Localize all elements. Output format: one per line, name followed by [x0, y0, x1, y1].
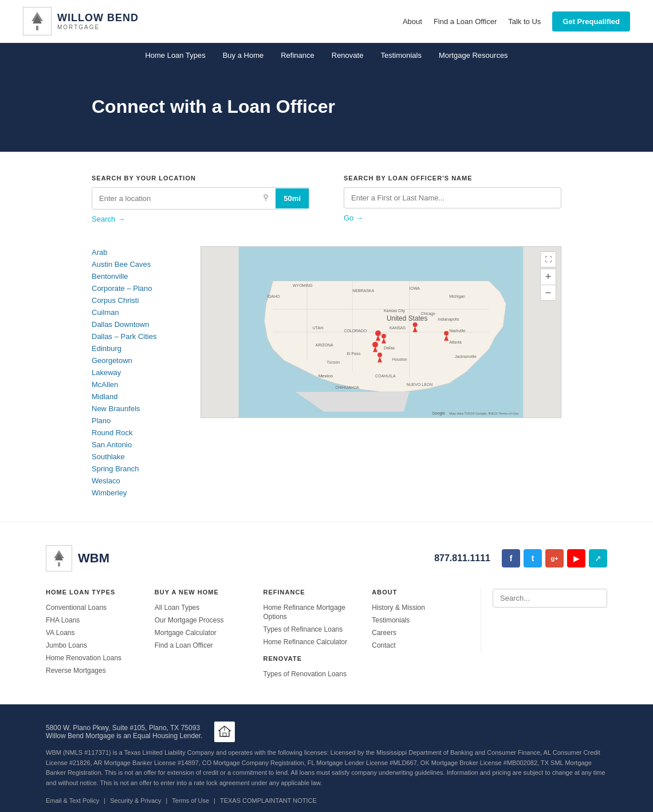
policy-separator: | — [166, 797, 167, 804]
location-list-item[interactable]: Arab — [92, 246, 183, 258]
svg-point-22 — [377, 353, 382, 357]
location-list-item[interactable]: McAllen — [92, 379, 183, 391]
footer-link[interactable]: Testimonials — [372, 616, 410, 624]
social-googleplus-button[interactable]: g+ — [545, 549, 564, 567]
policy-link[interactable]: Terms of Use — [172, 797, 209, 804]
footer-address: 5800 W. Plano Pkwy, Suite #105, Plano, T… — [46, 722, 607, 742]
location-list-item[interactable]: Spring Branch — [92, 463, 183, 475]
search-link[interactable]: Search → — [92, 215, 125, 223]
footer-col-title-refinance: REFINANCE — [263, 589, 361, 596]
location-list-item[interactable]: Plano — [92, 415, 183, 427]
nav-mortgage-resources[interactable]: Mortgage Resources — [439, 51, 508, 60]
social-twitter-button[interactable]: t — [524, 549, 542, 567]
footer-link[interactable]: Jumbo Loans — [46, 641, 87, 649]
nav-refinance[interactable]: Refinance — [281, 51, 314, 60]
svg-text:Dallas: Dallas — [384, 346, 395, 350]
footer-social: f t g+ ▶ ↗ — [502, 549, 607, 567]
footer-link[interactable]: Home Refinance Mortgage Options — [263, 604, 345, 621]
logo-text-block: WILLOW BEND MORTGAGE — [57, 12, 139, 30]
svg-point-26 — [444, 331, 449, 336]
footer-link[interactable]: All Loan Types — [155, 604, 200, 612]
policy-link[interactable]: TEXAS COMPLAINTANT NOTICE — [220, 797, 317, 804]
footer-link[interactable]: FHA Loans — [46, 616, 80, 624]
address-text: 5800 W. Plano Pkwy, Suite #105, Plano, T… — [46, 724, 203, 740]
search-section: SEARCH BY YOUR LOCATION 50mi Search → SE… — [0, 152, 653, 241]
location-list-item[interactable]: New Braunfels — [92, 403, 183, 415]
location-list-item[interactable]: Southlake — [92, 451, 183, 463]
footer-link[interactable]: Mortgage Calculator — [155, 629, 217, 637]
footer-col-title-home: HOME LOAN TYPES — [46, 589, 143, 596]
nav-home-loan-types[interactable]: Home Loan Types — [145, 51, 205, 60]
distance-button[interactable]: 50mi — [276, 188, 309, 208]
location-list-item[interactable]: Dallas – Park Cities — [92, 330, 183, 342]
policy-link[interactable]: Security & Privacy — [110, 797, 161, 804]
location-list-item[interactable]: Georgetown — [92, 354, 183, 366]
svg-text:Mexico: Mexico — [318, 373, 333, 379]
nav-about[interactable]: About — [403, 17, 422, 26]
location-list-item[interactable]: Midland — [92, 391, 183, 403]
location-list-item[interactable]: Lakeway — [92, 366, 183, 379]
nav-buy-a-home[interactable]: Buy a Home — [223, 51, 264, 60]
map-zoom-out-button[interactable]: − — [540, 285, 556, 301]
footer-link[interactable]: Reverse Mortgages — [46, 667, 106, 675]
location-list-item[interactable]: San Antonio — [92, 439, 183, 451]
location-input[interactable] — [92, 188, 256, 208]
location-list-item[interactable]: Corpus Christi — [92, 294, 183, 306]
location-list-item[interactable]: Bentonville — [92, 270, 183, 282]
footer-home-loan-links: Conventional LoansFHA LoansVA LoansJumbo… — [46, 602, 143, 675]
nav-renovate[interactable]: Renovate — [332, 51, 364, 60]
location-list-item[interactable]: Corporate – Plano — [92, 282, 183, 294]
nav-talk-to-us[interactable]: Talk to Us — [508, 17, 541, 26]
footer-link[interactable]: Types of Renovation Loans — [263, 670, 347, 678]
location-list-item[interactable]: Austin Bee Caves — [92, 258, 183, 270]
name-input[interactable] — [344, 187, 561, 208]
footer-link[interactable]: Home Refinance Calculator — [263, 638, 348, 646]
footer-col-home-loan-types: HOME LOAN TYPES Conventional LoansFHA Lo… — [46, 589, 155, 678]
svg-point-3 — [264, 195, 268, 198]
footer-phone: 877.811.1111 — [434, 553, 490, 563]
footer-policy-links: Email & Text Policy|Security & Privacy|T… — [46, 797, 607, 804]
arrow-right-icon: → — [117, 215, 125, 223]
footer-columns: HOME LOAN TYPES Conventional LoansFHA Lo… — [46, 589, 607, 681]
social-youtube-button[interactable]: ▶ — [567, 549, 585, 567]
map-controls: ⛶ + − — [540, 251, 556, 301]
content-area: ArabAustin Bee CavesBentonvilleCorporate… — [0, 241, 653, 522]
header: WILLOW BEND MORTGAGE About Find a Loan O… — [0, 0, 653, 43]
footer-link[interactable]: Careers — [372, 629, 396, 637]
map-svg: United States Mexico IDAHO WYOMING N — [201, 247, 561, 417]
footer-legal: WBM (NMLS #117371) is a Texas Limited Li… — [46, 748, 607, 788]
search-row: SEARCH BY YOUR LOCATION 50mi Search → SE… — [92, 175, 561, 223]
go-link[interactable]: Go → — [344, 214, 363, 222]
location-list-item[interactable]: Round Rock — [92, 427, 183, 439]
nav-find-loan-officer[interactable]: Find a Loan Officer — [434, 17, 497, 26]
svg-text:NEBRASKA: NEBRASKA — [352, 289, 374, 293]
svg-text:COLORADO: COLORADO — [344, 329, 367, 333]
footer-link[interactable]: Home Renovation Loans — [46, 654, 121, 662]
svg-text:Houston: Houston — [392, 357, 407, 361]
map-fullscreen-button[interactable]: ⛶ — [540, 251, 556, 267]
svg-point-20 — [381, 334, 386, 338]
policy-link[interactable]: Email & Text Policy — [46, 797, 99, 804]
nav-testimonials[interactable]: Testimonials — [380, 51, 422, 60]
footer-link[interactable]: Contact — [372, 641, 395, 649]
footer-link[interactable]: Find a Loan Officer — [155, 641, 213, 649]
equal-housing-icon — [214, 722, 235, 742]
map-zoom-in-button[interactable]: + — [540, 269, 556, 285]
svg-point-24 — [413, 322, 418, 327]
footer-link[interactable]: Types of Refinance Loans — [263, 625, 343, 633]
footer-link[interactable]: Our Mortgage Process — [155, 616, 224, 624]
get-prequalified-button[interactable]: Get Prequalified — [552, 11, 630, 31]
social-share-button[interactable]: ↗ — [589, 549, 607, 567]
location-list-item[interactable]: Edinburg — [92, 342, 183, 354]
location-list-item[interactable]: Dallas Downtown — [92, 318, 183, 330]
footer-link[interactable]: VA Loans — [46, 629, 74, 637]
svg-text:Chicago: Chicago — [421, 312, 436, 316]
location-list-item[interactable]: Cuilman — [92, 306, 183, 318]
footer-link[interactable]: History & Mission — [372, 604, 425, 612]
footer-search-input[interactable] — [493, 589, 607, 608]
footer-link[interactable]: Conventional Loans — [46, 604, 107, 612]
footer-logo: WBM — [46, 545, 109, 571]
location-list-item[interactable]: Weslaco — [92, 475, 183, 487]
social-facebook-button[interactable]: f — [502, 549, 520, 567]
location-list-item[interactable]: Wimberley — [92, 487, 183, 499]
